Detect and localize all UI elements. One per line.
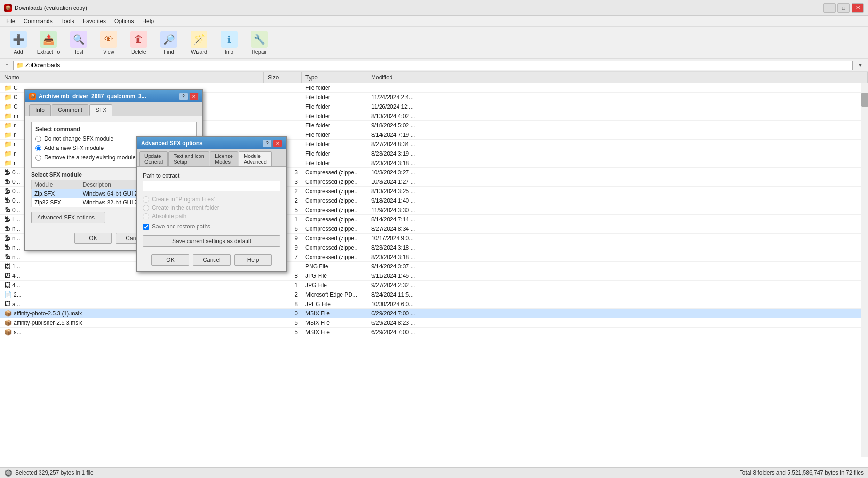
tool-wizard[interactable]: 🪄 Wizard	[185, 29, 213, 56]
status-bar: 🔘 Selected 329,257 bytes in 1 file Total…	[0, 467, 868, 478]
scrollbar-thumb[interactable]	[861, 93, 868, 107]
tool-delete[interactable]: 🗑 Delete	[125, 29, 153, 56]
adv-tab-text-icon[interactable]: Text and icon Setup	[168, 151, 209, 166]
save-restore-paths-checkbox[interactable]	[143, 224, 149, 230]
tab-comment[interactable]: Comment	[52, 104, 88, 116]
col-header-name[interactable]: Name	[0, 72, 264, 83]
menu-bar: File Commands Tools Favorites Options He…	[0, 16, 868, 27]
delete-label: Delete	[131, 49, 146, 55]
archive-dialog-help-button[interactable]: ?	[179, 93, 188, 100]
menu-options[interactable]: Options	[111, 17, 137, 25]
menu-file[interactable]: File	[2, 17, 19, 25]
menu-favorites[interactable]: Favorites	[79, 17, 110, 25]
tab-sfx[interactable]: SFX	[89, 104, 112, 116]
extract-to-icon: 📤	[40, 31, 57, 48]
table-row[interactable]: 🗜n... 7 Compressed (zippe... 8/23/2024 3…	[0, 252, 868, 262]
maximize-button[interactable]: □	[837, 3, 850, 13]
adv-sfx-cancel-button[interactable]: Cancel	[193, 254, 231, 266]
adv-sfx-dialog: Advanced SFX options ? ✕ Update General …	[136, 136, 287, 272]
path-to-extract-label: Path to extract	[143, 172, 280, 179]
close-button[interactable]: ✕	[852, 3, 864, 13]
table-row[interactable]: 📄2... 2 Microsoft Edge PD... 8/24/2024 1…	[0, 290, 868, 299]
delete-icon: 🗑	[130, 31, 147, 48]
add-icon: ➕	[10, 31, 27, 48]
address-up-button[interactable]: ↑	[3, 62, 10, 69]
archive-ok-button[interactable]: OK	[74, 233, 112, 244]
info-label: Info	[225, 49, 233, 55]
adv-sfx-title: Advanced SFX options	[141, 140, 203, 147]
save-current-settings-button[interactable]: Save current settings as default	[143, 235, 280, 247]
advanced-sfx-options-button[interactable]: Advanced SFX options...	[31, 212, 105, 223]
adv-sfx-help-button[interactable]: Help	[234, 254, 272, 266]
tool-add[interactable]: ➕ Add	[4, 29, 32, 56]
table-row[interactable]: 🖼4... 1 JPG File 9/27/2024 2:32 ...	[0, 281, 868, 290]
adv-tab-license[interactable]: License Modes	[210, 151, 238, 166]
adv-sfx-ok-button[interactable]: OK	[151, 254, 189, 266]
adv-tab-update-general[interactable]: Update General	[139, 151, 168, 166]
radio-remove-label: Remove the already existing module from	[44, 154, 148, 161]
view-icon: 👁	[100, 31, 117, 48]
table-row[interactable]: 🖼1... PNG File 9/14/2024 3:37 ...	[0, 262, 868, 271]
table-row[interactable]: 🖼4... 8 JPG File 9/11/2024 1:45 ...	[0, 271, 868, 281]
window-title: Downloads (evaluation copy)	[15, 5, 87, 11]
menu-help[interactable]: Help	[138, 17, 158, 25]
find-icon: 🔎	[160, 31, 177, 48]
path-to-extract-input[interactable]	[143, 181, 280, 191]
wizard-icon: 🪄	[191, 31, 207, 48]
col-header-type[interactable]: Type	[302, 72, 367, 83]
save-restore-paths-item[interactable]: Save and restore paths	[143, 223, 280, 230]
menu-tools[interactable]: Tools	[57, 17, 78, 25]
test-icon: 🔍	[70, 31, 87, 48]
view-label: View	[103, 49, 114, 55]
adv-tab-modes-label: Modes	[215, 159, 231, 165]
col-header-modified[interactable]: Modified	[367, 72, 868, 83]
select-command-label: Select command	[35, 126, 192, 133]
adv-tab-module-label: Module	[244, 153, 261, 159]
adv-tab-setup-label: Setup	[174, 159, 187, 165]
radio-absolute-path[interactable]: Absolute path	[143, 213, 280, 219]
tool-repair[interactable]: 🔧 Repair	[245, 29, 273, 56]
archive-dialog-title-controls: ? ✕	[179, 93, 199, 100]
table-row[interactable]: 📦affinity-photo-2.5.3 (1).msix 0 MSIX Fi…	[0, 309, 868, 318]
tool-test[interactable]: 🔍 Test	[64, 29, 93, 56]
tool-extract-to[interactable]: 📤 Extract To	[34, 29, 63, 56]
col-header-size[interactable]: Size	[264, 72, 302, 83]
sfx-module-2: Zip32.SFX	[32, 198, 80, 207]
tab-info[interactable]: Info	[29, 104, 51, 116]
radio-current-folder[interactable]: Create in the current folder	[143, 204, 280, 211]
address-dropdown-button[interactable]: ▼	[856, 63, 865, 68]
tool-find[interactable]: 🔎 Find	[155, 29, 183, 56]
adv-sfx-body: Path to extract Create in "Program Files…	[137, 167, 286, 252]
repair-label: Repair	[252, 49, 267, 55]
extract-path-options: Create in "Program Files" Create in the …	[143, 196, 280, 219]
tool-info[interactable]: ℹ Info	[215, 29, 243, 56]
radio-program-files-label: Create in "Program Files"	[152, 196, 215, 203]
tool-view[interactable]: 👁 View	[95, 29, 123, 56]
archive-dialog-title: Archive mb_driver_2687_qualcomm_3...	[39, 93, 146, 100]
radio-program-files[interactable]: Create in "Program Files"	[143, 196, 280, 203]
title-bar: 📦 Downloads (evaluation copy) ─ □ ✕	[0, 0, 868, 16]
table-row[interactable]: 🖼a... 8 JPEG File 10/30/2024 6:0...	[0, 299, 868, 309]
adv-sfx-help-icon[interactable]: ?	[263, 140, 272, 147]
adv-sfx-close-button[interactable]: ✕	[273, 140, 282, 147]
sfx-col-module: Module	[32, 180, 80, 189]
table-row[interactable]: 📦a... 5 MSIX File 6/29/2024 7:00 ...	[0, 328, 868, 337]
scrollbar[interactable]	[861, 83, 868, 457]
status-left: Selected 329,257 bytes in 1 file	[15, 470, 94, 476]
test-label: Test	[74, 49, 83, 55]
adv-tab-module-advanced[interactable]: Module Advanced	[239, 151, 272, 166]
table-row[interactable]: 📦affinity-publisher-2.5.3.msix 5 MSIX Fi…	[0, 318, 868, 328]
adv-sfx-tabs: Update General Text and icon Setup Licen…	[137, 149, 286, 167]
archive-dialog-close-button[interactable]: ✕	[189, 93, 199, 100]
radio-absolute-path-label: Absolute path	[152, 213, 186, 219]
archive-dialog-icon: 📦	[29, 93, 36, 100]
adv-tab-text-label: Text and icon	[174, 153, 204, 159]
address-path: Z:\Downloads	[25, 62, 60, 69]
minimize-button[interactable]: ─	[823, 3, 836, 13]
app-icon: 📦	[4, 4, 12, 12]
radio-current-folder-label: Create in the current folder	[152, 204, 219, 211]
menu-commands[interactable]: Commands	[20, 17, 56, 25]
adv-tab-update-label: Update	[144, 153, 161, 159]
address-input[interactable]: 📁 Z:\Downloads	[13, 61, 853, 70]
wizard-label: Wizard	[191, 49, 207, 55]
